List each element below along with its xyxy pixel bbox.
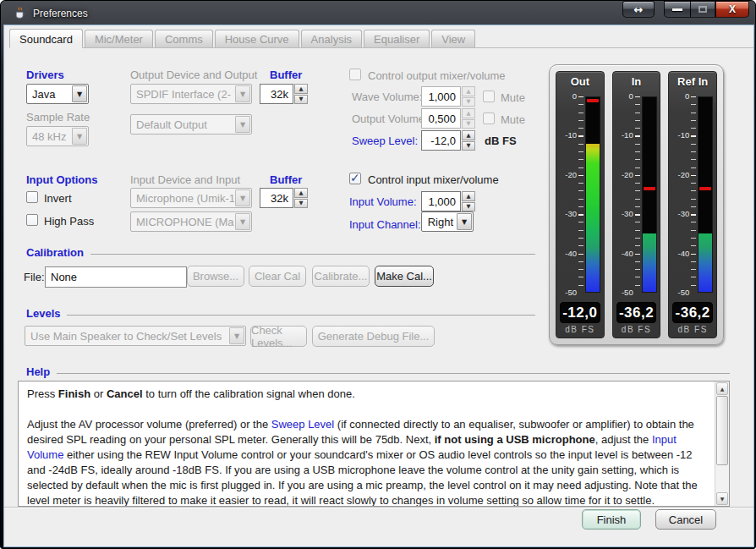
input-device-select[interactable]: Microphone (Umik-1 G... ▼	[130, 188, 252, 208]
invert-label: Invert	[44, 192, 72, 205]
spin-down-icon[interactable]: ▼	[294, 95, 308, 105]
output-mute-label: Mute	[501, 113, 525, 126]
control-input-mixer-checkbox[interactable]: ✓	[349, 173, 361, 184]
chevron-down-icon[interactable]: ▼	[72, 85, 87, 102]
control-output-mixer-checkbox[interactable]	[349, 69, 361, 80]
tab-equaliser[interactable]: Equaliser	[364, 30, 430, 47]
high-pass-checkbox[interactable]	[26, 214, 38, 226]
spin-down-icon: ▼	[462, 97, 475, 107]
title-bar: Preferences ↔ X	[1, 1, 755, 25]
tab-comms[interactable]: Comms	[155, 30, 213, 47]
browse-button[interactable]: Browse...	[187, 266, 244, 287]
tab-view[interactable]: View	[431, 30, 475, 47]
input-device-label: Input Device and Input	[130, 173, 240, 186]
help-label: Help	[26, 365, 50, 378]
scroll-down-icon[interactable]: ▼	[716, 492, 728, 505]
level-meters-panel: Out0-10-20-30-40-50-12,0dB FSIn0-10-20-3…	[549, 64, 724, 345]
maximize-button[interactable]	[690, 1, 715, 18]
sweep-level-spinner[interactable]: -12,0 ▲ ▼	[421, 130, 475, 151]
output-volume-spinner[interactable]: 0,500 ▲ ▼	[421, 108, 475, 129]
resize-icon: ↔	[634, 3, 644, 16]
meter-value: -36,2	[616, 302, 657, 323]
meter-scale-label: -40	[678, 250, 690, 258]
tab-soundcard[interactable]: Soundcard	[9, 29, 83, 48]
calibrate-button[interactable]: Calibrate...	[312, 266, 370, 287]
meter-ticks	[578, 96, 583, 293]
output-device-select[interactable]: SPDIF Interface (2- TE7... ▼	[130, 84, 252, 104]
input-buffer-spinner[interactable]: 32k ▲ ▼	[260, 188, 308, 208]
cal-file-field[interactable]: None	[45, 266, 187, 288]
levels-selector[interactable]: Use Main Speaker to Check/Set Levels ▼	[25, 326, 246, 346]
meter-out: Out0-10-20-30-40-50-12,0dB FS	[556, 71, 605, 338]
cal-file-label: File:	[24, 271, 45, 283]
spin-up-icon[interactable]: ▲	[294, 84, 308, 94]
help-paragraph: Adjust the AV processor volume (preferre…	[27, 417, 708, 506]
spin-down-icon[interactable]: ▼	[462, 141, 475, 151]
generate-debug-button[interactable]: Generate Debug File...	[312, 326, 435, 347]
chevron-down-icon[interactable]: ▼	[457, 213, 472, 230]
chevron-down-icon: ▼	[235, 116, 250, 133]
driver-select[interactable]: Java ▼	[26, 84, 89, 104]
tab-mic-meter[interactable]: Mic/Meter	[85, 30, 153, 47]
help-text: Press Finish or Cancel to turn off the c…	[19, 382, 715, 506]
calibration-section-header: Calibration	[26, 246, 535, 259]
window-title: Preferences	[33, 8, 88, 19]
spin-down-icon[interactable]: ▼	[294, 199, 308, 209]
wave-volume-spinner[interactable]: 1,000 ▲ ▼	[421, 86, 475, 107]
meter-value: -12,0	[560, 302, 600, 323]
spin-up-icon[interactable]: ▲	[462, 130, 475, 140]
sample-rate-select[interactable]: 48 kHz ▼	[26, 126, 89, 146]
wave-volume-label: Wave Volume:	[352, 91, 422, 103]
close-button[interactable]: X	[715, 1, 749, 18]
java-app-icon	[13, 7, 26, 20]
spin-up-icon[interactable]: ▲	[462, 191, 475, 201]
levels-section-header: Levels	[26, 307, 535, 320]
spin-up-icon: ▲	[462, 108, 475, 118]
chevron-down-icon: ▼	[235, 189, 250, 206]
cancel-button[interactable]: Cancel	[655, 509, 716, 530]
meter-peak-indicator	[699, 187, 711, 190]
input-channel-select[interactable]: Right ▼	[421, 211, 474, 232]
tab-house-curve[interactable]: House Curve	[215, 30, 299, 47]
meter-scale-label: -30	[678, 210, 690, 218]
spin-down-icon[interactable]: ▼	[462, 202, 475, 212]
spin-up-icon[interactable]: ▲	[294, 188, 308, 198]
chevron-down-icon: ▼	[72, 128, 87, 145]
clear-cal-button[interactable]: Clear Cal	[249, 266, 306, 287]
input-channel-label: Input Channel:	[349, 218, 421, 231]
meter-ref-in: Ref In0-10-20-30-40-50-36,2dB FS	[668, 71, 717, 338]
finish-button[interactable]: Finish	[582, 509, 641, 530]
input-volume-spinner[interactable]: 1,000 ▲ ▼	[421, 191, 475, 211]
wave-mute-checkbox[interactable]	[483, 91, 495, 102]
tab-analysis[interactable]: Analysis	[301, 30, 362, 47]
meter-scale-label: -40	[622, 250, 633, 258]
scrollbar-thumb[interactable]	[716, 396, 728, 465]
output-select[interactable]: Default Output ▼	[130, 114, 252, 135]
meter-value: -36,2	[672, 302, 713, 323]
make-cal-button[interactable]: Make Cal...	[375, 266, 434, 287]
help-scrollbar[interactable]: ▲ ▼	[715, 382, 729, 506]
meter-scale-label: -50	[622, 288, 633, 297]
meter-scale-label: 0	[685, 92, 689, 101]
output-mute-checkbox[interactable]	[483, 113, 495, 124]
meter-scale-label: -20	[565, 171, 577, 179]
check-icon: ✓	[350, 171, 360, 184]
output-buffer-spinner[interactable]: 32k ▲ ▼	[260, 84, 308, 104]
help-link[interactable]: Sweep Level	[271, 418, 334, 431]
meter-scale-label: -50	[678, 288, 690, 297]
scroll-up-icon[interactable]: ▲	[716, 382, 728, 395]
meter-ticks	[635, 96, 640, 293]
minimize-icon	[672, 8, 682, 11]
check-levels-button[interactable]: Check Levels...	[250, 326, 307, 347]
input-select[interactable]: MICROPHONE (Master ... ▼	[130, 211, 252, 232]
meter-scale: 0-10-20-30-40-50	[671, 96, 689, 293]
resize-arrows-button[interactable]: ↔	[622, 1, 655, 18]
levels-label: Levels	[26, 307, 60, 320]
meter-unit-label: dB FS	[613, 323, 660, 338]
meter-title: Out	[556, 72, 604, 89]
calibration-label: Calibration	[26, 246, 84, 259]
invert-checkbox[interactable]	[26, 191, 38, 203]
section-rule	[67, 315, 535, 316]
minimize-button[interactable]	[664, 1, 691, 18]
meter-scale-label: -50	[565, 288, 577, 297]
